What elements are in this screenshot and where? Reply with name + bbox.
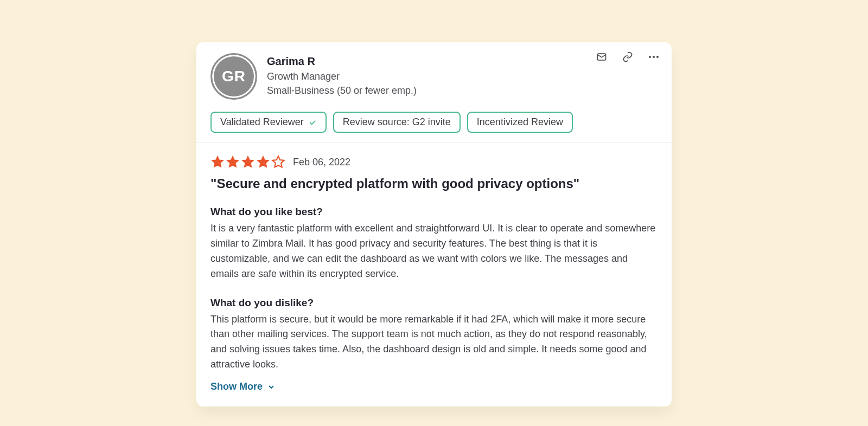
rating-row: Feb 06, 2022 [210,155,658,169]
badge-incentivized-review[interactable]: Incentivized Review [467,112,573,133]
badge-label: Validated Reviewer [220,117,304,128]
dislike-answer: This platform is secure, but it would be… [210,312,658,373]
badge-validated-reviewer[interactable]: Validated Reviewer [210,112,327,133]
check-icon [308,118,317,127]
badge-label: Review source: G2 invite [343,117,451,128]
review-actions [596,51,660,63]
reviewer-row: GR Garima R Growth Manager Small-Busines… [210,53,658,100]
dislike-question: What do you dislike? [210,297,658,309]
link-icon[interactable] [622,51,634,63]
chevron-down-icon [267,383,276,391]
like-answer: It is a very fantastic platform with exc… [210,221,658,282]
star-rating [210,155,285,169]
reviewer-job-title: Growth Manager [267,70,417,83]
show-more-label: Show More [210,381,263,392]
badge-review-source[interactable]: Review source: G2 invite [333,112,461,133]
star-icon [256,155,270,169]
review-date: Feb 06, 2022 [293,157,350,168]
star-icon [241,155,255,169]
badge-row: Validated Reviewer Review source: G2 inv… [210,112,658,133]
review-header: GR Garima R Growth Manager Small-Busines… [196,42,672,143]
avatar-initials: GR [222,68,246,85]
review-card: GR Garima R Growth Manager Small-Busines… [196,42,672,406]
reviewer-name: Garima R [267,55,417,68]
mail-icon[interactable] [596,51,608,63]
star-outline-icon [271,155,285,169]
like-question: What do you like best? [210,206,658,218]
star-icon [226,155,240,169]
review-body: Feb 06, 2022 "Secure and encrypted platf… [196,143,672,406]
review-title: "Secure and encrypted platform with good… [210,176,658,192]
badge-label: Incentivized Review [477,117,563,128]
more-icon[interactable] [648,51,660,63]
reviewer-company-size: Small-Business (50 or fewer emp.) [267,84,417,98]
star-icon [210,155,225,169]
avatar: GR [210,53,257,100]
show-more-button[interactable]: Show More [210,381,276,392]
reviewer-meta: Garima R Growth Manager Small-Business (… [267,55,417,97]
